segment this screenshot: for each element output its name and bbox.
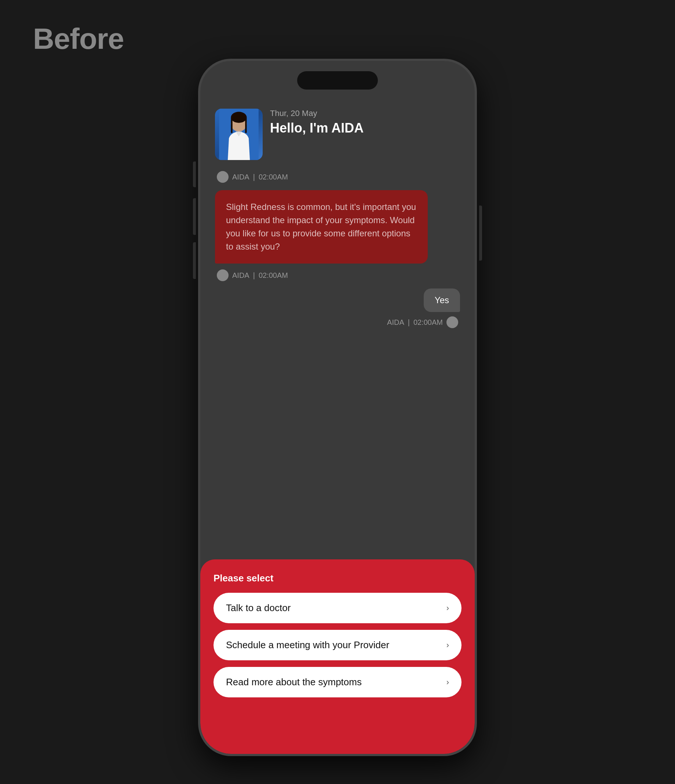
aida-name-1: AIDA bbox=[232, 173, 250, 181]
aida-label-right: AIDA | 02:00AM bbox=[215, 316, 460, 328]
option-schedule-meeting-chevron: › bbox=[447, 641, 449, 650]
aida-time-1: | bbox=[253, 173, 255, 181]
aida-avatar-small-right bbox=[447, 316, 458, 328]
option-schedule-meeting[interactable]: Schedule a meeting with your Provider › bbox=[214, 630, 461, 660]
option-talk-doctor-chevron: › bbox=[447, 604, 449, 613]
side-button-volume-up bbox=[193, 198, 196, 235]
aida-separator-2: | bbox=[253, 271, 255, 280]
aida-name-2: AIDA bbox=[232, 271, 250, 280]
please-select-label: Please select bbox=[214, 572, 461, 584]
aida-timestamp-1: 02:00AM bbox=[259, 173, 288, 181]
option-talk-doctor-label: Talk to a doctor bbox=[226, 602, 290, 614]
user-reply-bubble: Yes bbox=[424, 288, 460, 312]
svg-rect-3 bbox=[231, 117, 232, 133]
chat-bubble-aida: Slight Redness is common, but it's impor… bbox=[215, 190, 428, 263]
user-reply-wrapper: Yes bbox=[215, 288, 460, 312]
side-button-volume-down bbox=[193, 242, 196, 279]
phone-shell: Thur, 20 May Hello, I'm AIDA AIDA | 02:0… bbox=[198, 59, 477, 756]
svg-rect-4 bbox=[245, 117, 247, 133]
side-button-mute bbox=[193, 162, 196, 187]
greeting-name: Hello, I'm AIDA bbox=[270, 120, 363, 136]
phone-screen: Thur, 20 May Hello, I'm AIDA AIDA | 02:0… bbox=[200, 61, 475, 754]
aida-name-3: AIDA bbox=[387, 318, 404, 327]
option-read-symptoms[interactable]: Read more about the symptoms › bbox=[214, 667, 461, 697]
selection-panel: Please select Talk to a doctor › Schedul… bbox=[200, 559, 475, 754]
aida-avatar bbox=[215, 109, 263, 160]
greeting-text: Thur, 20 May Hello, I'm AIDA bbox=[270, 109, 363, 140]
user-reply-text: Yes bbox=[435, 295, 449, 305]
aida-avatar-small-2 bbox=[217, 269, 228, 281]
aida-timestamp-2: 02:00AM bbox=[259, 271, 288, 280]
dynamic-island bbox=[297, 71, 378, 90]
chat-bubble-text: Slight Redness is common, but it's impor… bbox=[226, 202, 416, 251]
page-label: Before bbox=[33, 22, 124, 56]
side-button-power bbox=[479, 205, 482, 261]
phone-frame: Thur, 20 May Hello, I'm AIDA AIDA | 02:0… bbox=[198, 59, 477, 756]
chat-area: Thur, 20 May Hello, I'm AIDA AIDA | 02:0… bbox=[200, 98, 475, 578]
option-talk-doctor[interactable]: Talk to a doctor › bbox=[214, 593, 461, 623]
greeting-date: Thur, 20 May bbox=[270, 109, 363, 118]
aida-avatar-small-1 bbox=[217, 171, 228, 183]
option-schedule-meeting-label: Schedule a meeting with your Provider bbox=[226, 639, 389, 651]
aida-label-1: AIDA | 02:00AM bbox=[215, 171, 460, 183]
option-read-symptoms-label: Read more about the symptoms bbox=[226, 677, 362, 688]
aida-separator-3: | bbox=[408, 318, 410, 327]
greeting-block: Thur, 20 May Hello, I'm AIDA bbox=[215, 109, 460, 160]
aida-timestamp-3: 02:00AM bbox=[413, 318, 443, 327]
aida-label-2: AIDA | 02:00AM bbox=[215, 269, 460, 281]
option-read-symptoms-chevron: › bbox=[447, 678, 449, 687]
svg-point-2 bbox=[231, 112, 247, 123]
